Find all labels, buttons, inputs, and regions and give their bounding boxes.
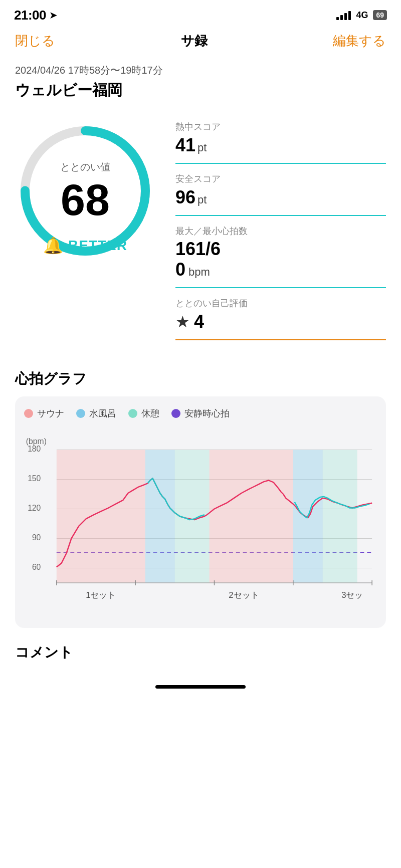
status-time: 21:00	[14, 8, 46, 23]
svg-text:120: 120	[28, 504, 41, 512]
score-section: ととのい値 68 🔔 BETTER 熱中スコア 41pt 安全スコア 96pt …	[0, 111, 401, 359]
set2-sauna-bg	[210, 450, 293, 583]
nav-bar: 閉じる サ録 編集する	[0, 27, 401, 58]
set1-cold-bg	[145, 450, 175, 583]
x-label-set1: 1セット	[86, 590, 116, 599]
legend-sauna: サウナ	[24, 407, 64, 419]
x-label-set2: 2セット	[229, 590, 259, 599]
bell-icon: 🔔	[43, 236, 63, 255]
legend-sauna-dot	[24, 409, 33, 418]
signal-icon	[336, 10, 351, 20]
session-date: 2024/04/26 17時58分〜19時17分	[15, 64, 386, 77]
graph-card: サウナ 水風呂 休憩 安静時心拍 (bpm) 1	[15, 396, 386, 628]
stat-heart-rate: 最大／最小心拍数 161/6 0 bpm	[175, 225, 386, 288]
legend-rest-dot	[128, 409, 137, 418]
stat-bpm-row: 0 bpm	[175, 259, 386, 280]
legend-cold: 水風呂	[76, 407, 116, 419]
svg-text:60: 60	[32, 563, 41, 571]
status-bar: 21:00 ➤ 4G 69	[0, 0, 401, 27]
chart-area: (bpm) 180 150 120 90 60	[22, 428, 377, 619]
legend-cold-label: 水風呂	[89, 407, 116, 419]
close-button[interactable]: 閉じる	[15, 32, 55, 50]
stat-safety-label: 安全スコア	[175, 173, 386, 185]
session-info: 2024/04/26 17時58分〜19時17分 ウェルビー福岡	[0, 58, 401, 101]
stat-heat-score: 熱中スコア 41pt	[175, 121, 386, 164]
home-indicator	[155, 685, 246, 689]
stat-heart-value: 161/6	[175, 239, 386, 259]
legend-resting-hr: 安静時心拍	[171, 407, 230, 419]
legend-resting-hr-label: 安静時心拍	[184, 407, 230, 419]
stat-safety-score: 安全スコア 96pt	[175, 173, 386, 216]
graph-legend: サウナ 水風呂 休憩 安静時心拍	[22, 407, 377, 419]
stat-safety-value: 96pt	[175, 187, 386, 208]
stat-heart-label: 最大／最小心拍数	[175, 225, 386, 237]
comment-section: コメント	[0, 633, 401, 675]
legend-sauna-label: サウナ	[37, 407, 64, 419]
comment-title: コメント	[15, 643, 386, 662]
gauge-inner: ととのい値 68	[60, 160, 110, 222]
svg-text:150: 150	[28, 474, 41, 483]
location-arrow-icon: ➤	[49, 9, 58, 21]
edit-button[interactable]: 編集する	[333, 32, 386, 50]
network-label: 4G	[356, 10, 368, 21]
set2-rest-bg	[323, 450, 357, 583]
svg-text:180: 180	[28, 445, 41, 453]
stat-self-eval: ととのい自己評価 ★ 4	[175, 297, 386, 340]
gauge-label: ととのい値	[60, 160, 110, 174]
better-badge: 🔔 BETTER	[43, 236, 127, 255]
stat-stars: ★ 4	[175, 311, 386, 332]
battery-indicator: 69	[373, 10, 387, 20]
stat-heat-value: 41pt	[175, 135, 386, 156]
nav-title: サ録	[181, 32, 208, 50]
stat-self-label: ととのい自己評価	[175, 297, 386, 309]
status-right: 4G 69	[336, 10, 387, 21]
legend-resting-hr-dot	[171, 409, 180, 418]
svg-text:90: 90	[32, 533, 41, 542]
stat-bpm-unit: bpm	[188, 266, 210, 279]
set1-sauna-bg	[57, 450, 145, 583]
star-icon: ★	[175, 312, 190, 331]
heart-rate-chart: (bpm) 180 150 120 90 60	[22, 428, 377, 619]
legend-rest: 休憩	[128, 407, 159, 419]
star-value: 4	[194, 311, 204, 332]
stat-heat-label: 熱中スコア	[175, 121, 386, 133]
session-location: ウェルビー福岡	[15, 80, 386, 101]
legend-rest-label: 休憩	[141, 407, 159, 419]
legend-cold-dot	[76, 409, 85, 418]
stats-panel: 熱中スコア 41pt 安全スコア 96pt 最大／最小心拍数 161/6 0 b…	[160, 116, 386, 349]
stat-bpm-value: 0	[175, 259, 185, 280]
gauge-circle: ととのい値 68 🔔 BETTER	[10, 116, 160, 266]
gauge-value: 68	[60, 178, 110, 222]
graph-title: 心拍グラフ	[15, 369, 386, 388]
graph-section: 心拍グラフ サウナ 水風呂 休憩 安静時心拍	[0, 359, 401, 633]
svg-text:(bpm): (bpm)	[26, 437, 47, 445]
better-label: BETTER	[68, 238, 127, 254]
x-label-set3: 3セッ	[341, 590, 363, 599]
